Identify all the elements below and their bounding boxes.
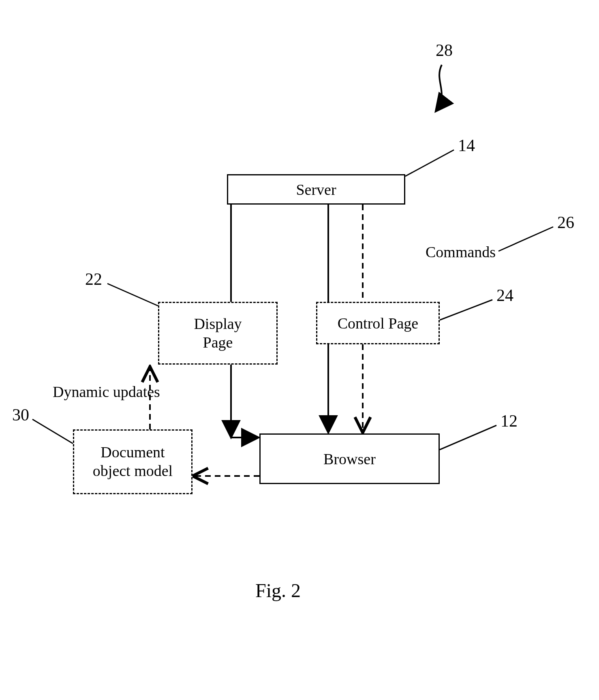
browser-label: Browser xyxy=(323,450,376,468)
server-label: Server xyxy=(296,181,336,198)
leader-24 xyxy=(440,300,492,320)
server-box: Server xyxy=(227,174,405,205)
figure-caption: Fig. 2 xyxy=(255,579,301,602)
leader-12 xyxy=(440,425,496,450)
ref-28: 28 xyxy=(436,41,453,60)
control-page-box: Control Page xyxy=(316,302,440,344)
browser-box: Browser xyxy=(259,433,440,484)
ref-26: 26 xyxy=(557,213,574,232)
dom-box: Document object model xyxy=(73,429,193,494)
leader-28 xyxy=(436,65,442,111)
ref-12: 12 xyxy=(501,411,518,431)
label-commands: Commands xyxy=(426,243,496,261)
leader-26 xyxy=(498,227,553,251)
ref-22: 22 xyxy=(85,269,102,289)
ref-24: 24 xyxy=(496,286,513,305)
leader-22 xyxy=(107,284,158,306)
label-dynamic-updates: Dynamic updates xyxy=(53,383,160,401)
dom-label: Document object model xyxy=(93,443,173,480)
leader-30 xyxy=(32,419,73,444)
display-page-label: Display Page xyxy=(194,315,242,352)
ref-14: 14 xyxy=(458,136,475,155)
ref-30: 30 xyxy=(12,405,29,425)
control-page-label: Control Page xyxy=(338,314,418,332)
display-page-box: Display Page xyxy=(158,302,278,365)
leader-14 xyxy=(405,150,454,176)
